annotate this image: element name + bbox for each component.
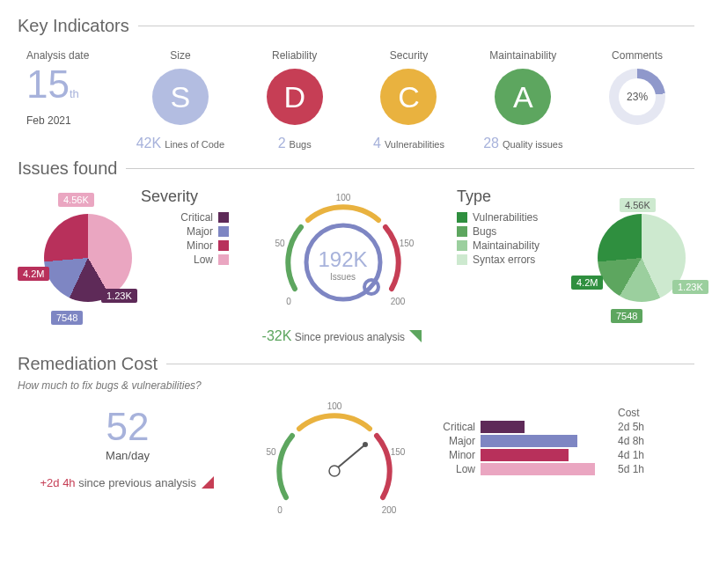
svg-marker-3 bbox=[202, 476, 214, 489]
type-legend: Type Vulnerabilities Bugs Maintainabilit… bbox=[457, 187, 571, 268]
svg-point-6 bbox=[363, 442, 368, 447]
metric-value: 28 bbox=[483, 136, 499, 151]
type-pie-block: 4.56K 1.23K 7548 4.2M bbox=[571, 187, 694, 337]
severity-pie-block: 4.56K 1.23K 7548 4.2M bbox=[18, 187, 141, 337]
indicator-metric: 2Bugs bbox=[238, 136, 352, 151]
pie-label-vuln: 4.2M bbox=[571, 276, 603, 290]
gauge-tick: 200 bbox=[390, 297, 405, 306]
metric-value: 42K bbox=[136, 136, 161, 151]
cost-header-row: Cost bbox=[431, 407, 678, 419]
legend-swatch bbox=[457, 226, 467, 237]
gauge-center-wrap: 192K Issues bbox=[229, 247, 457, 282]
section-key-indicators: Key Indicators bbox=[18, 16, 694, 36]
analysis-date-month: Feb 2021 bbox=[26, 114, 123, 127]
bar-row: Low 5d 1h bbox=[431, 463, 678, 475]
analysis-date-block: Analysis date 15th Feb 2021 bbox=[18, 45, 123, 127]
pie-label-syntax: 4.56K bbox=[620, 198, 656, 212]
bar-label: Critical bbox=[431, 421, 475, 433]
manday-block: 52 Man/day +2d 4h since previous analysi… bbox=[18, 405, 238, 493]
gauge-tick: 100 bbox=[327, 401, 342, 411]
indicator-metric: 42KLines of Code bbox=[123, 136, 238, 151]
gauge-value: 192K bbox=[229, 247, 457, 272]
gauge-tick: 150 bbox=[391, 447, 406, 457]
metric-label: Quality issues bbox=[503, 139, 562, 150]
cost-header: Cost bbox=[618, 407, 662, 419]
grade-badge: D bbox=[267, 69, 323, 125]
gauge-sub: Issues bbox=[229, 272, 457, 282]
legend-title: Severity bbox=[141, 187, 229, 206]
arrow-down-icon bbox=[407, 328, 423, 347]
legend-label: Bugs bbox=[473, 225, 496, 238]
manday-delta-text: since previous analysis bbox=[78, 476, 196, 489]
gauge-delta-text: Since previous analysis bbox=[295, 331, 405, 343]
legend-item: Critical bbox=[141, 211, 229, 224]
legend-label: Maintainability bbox=[473, 239, 540, 252]
legend-label: Minor bbox=[187, 239, 213, 252]
bar-fill bbox=[481, 449, 569, 461]
bar-label: Major bbox=[431, 435, 475, 447]
bar-fill bbox=[481, 421, 525, 433]
manday-delta: +2d 4h bbox=[40, 476, 75, 489]
cost-bars-block: Cost Critical 2d 5h Major 4d 8h Minor 4d… bbox=[431, 405, 678, 477]
legend-swatch bbox=[457, 212, 467, 223]
indicator-comments: Comments 23% bbox=[580, 45, 694, 125]
grade-badge: C bbox=[380, 69, 437, 125]
indicator-title: Maintainability bbox=[466, 49, 580, 62]
legend-swatch bbox=[457, 240, 467, 251]
pie-label-low: 4.56K bbox=[58, 193, 94, 207]
bar-row: Critical 2d 5h bbox=[431, 421, 678, 433]
gauge-tick: 0 bbox=[277, 505, 283, 515]
day-suffix: th bbox=[70, 87, 79, 100]
pie-label-minor: 4.2M bbox=[18, 267, 49, 281]
gauge-delta-row: -32K Since previous analysis bbox=[229, 328, 457, 347]
gauge-delta: -32K bbox=[262, 328, 292, 343]
indicator-title: Comments bbox=[580, 49, 694, 62]
divider bbox=[126, 168, 694, 169]
section-title: Key Indicators bbox=[18, 16, 129, 36]
indicator-title: Security bbox=[352, 49, 466, 62]
legend-swatch bbox=[218, 240, 229, 251]
arrow-up-icon bbox=[200, 474, 216, 493]
indicator-maintainability: Maintainability A 28Quality issues bbox=[466, 45, 580, 151]
indicator-title: Size bbox=[123, 49, 238, 62]
comments-pct: 23% bbox=[619, 78, 656, 115]
indicator-metric: 4Vulnerabilities bbox=[352, 136, 466, 151]
remediation-row: 52 Man/day +2d 4h since previous analysi… bbox=[18, 401, 694, 514]
bar-row: Minor 4d 1h bbox=[431, 449, 678, 461]
manday-delta-row: +2d 4h since previous analysis bbox=[18, 474, 238, 493]
grade-badge: A bbox=[495, 69, 551, 125]
indicators-row: Analysis date 15th Feb 2021 Size S 42KLi… bbox=[18, 36, 694, 151]
grade-badge: S bbox=[152, 69, 209, 125]
metric-label: Vulnerabilities bbox=[385, 139, 444, 150]
gauge-tick: 0 bbox=[286, 297, 291, 306]
legend-swatch bbox=[218, 254, 229, 265]
bar-fill bbox=[481, 463, 595, 475]
legend-item: Syntax errors bbox=[457, 254, 571, 266]
legend-label: Syntax errors bbox=[473, 254, 535, 266]
legend-label: Major bbox=[187, 225, 213, 238]
issues-row: 4.56K 1.23K 7548 4.2M Severity Critical … bbox=[18, 179, 694, 347]
legend-label: Low bbox=[194, 254, 213, 266]
divider bbox=[138, 26, 694, 26]
svg-marker-2 bbox=[409, 330, 422, 342]
day-number: 15 bbox=[26, 62, 70, 106]
gauge-tick: 100 bbox=[335, 193, 350, 202]
analysis-date-day: 15th bbox=[26, 65, 123, 104]
bar-cost: 5d 1h bbox=[618, 463, 662, 475]
pie-label-bugs: 7548 bbox=[611, 309, 642, 323]
manday-unit: Man/day bbox=[18, 449, 238, 462]
comments-donut: 23% bbox=[609, 69, 665, 125]
bar-cost: 4d 1h bbox=[618, 449, 662, 461]
legend-item: Maintainability bbox=[457, 239, 571, 252]
legend-label: Critical bbox=[180, 211, 213, 224]
gauge-tick: 200 bbox=[382, 505, 397, 515]
pie-label-maint: 1.23K bbox=[672, 280, 708, 294]
bar-cost: 4d 8h bbox=[618, 435, 662, 447]
indicator-security: Security C 4Vulnerabilities bbox=[352, 45, 466, 151]
legend-item: Low bbox=[141, 254, 229, 266]
legend-swatch bbox=[218, 226, 229, 237]
legend-item: Vulnerabilities bbox=[457, 211, 571, 224]
bar-cost: 2d 5h bbox=[618, 421, 662, 433]
pie-label-critical: 1.23K bbox=[101, 289, 137, 303]
section-issues-found: Issues found bbox=[18, 158, 694, 179]
